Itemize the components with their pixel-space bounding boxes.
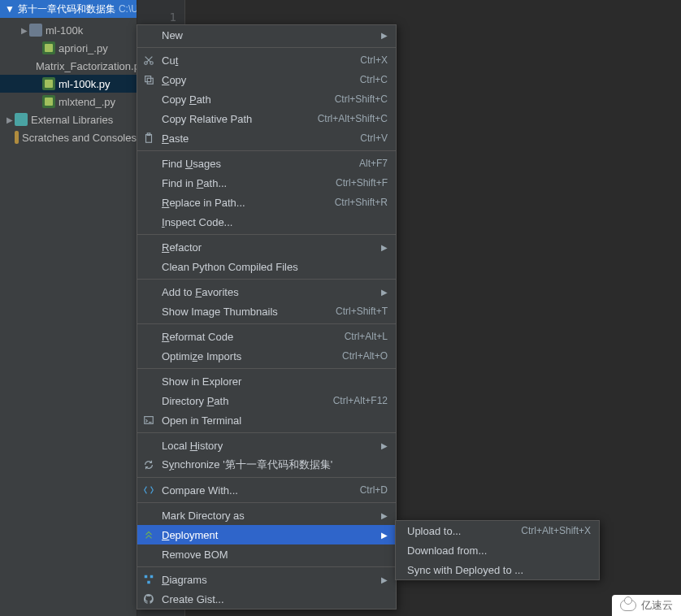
sync-icon <box>142 458 155 471</box>
watermark: 亿速云 <box>612 595 681 616</box>
menu-replace-in-path-[interactable]: Replace in Path...Ctrl+Shift+R <box>137 193 396 212</box>
blank-icon <box>142 93 155 106</box>
submenu-arrow-icon: ▶ <box>381 575 388 584</box>
blank-icon <box>142 215 155 228</box>
scratch-icon <box>15 131 19 144</box>
blank-icon <box>142 176 155 189</box>
breadcrumb-folder: 第十一章代码和数据集 <box>18 0 115 18</box>
breadcrumb-path: C:\Users\YIUYE\Desktop\Python机器学习\ <box>119 0 137 18</box>
menu-new[interactable]: New▶ <box>137 25 396 45</box>
gh-icon <box>142 592 155 605</box>
blank-icon <box>142 157 155 170</box>
context-menu[interactable]: New▶CutCtrl+XCopyCtrl+CCopy PathCtrl+Shi… <box>137 24 397 609</box>
submenu-sync-with-deployed-to-[interactable]: Sync with Deployed to ... <box>396 560 599 579</box>
python-icon <box>42 41 55 54</box>
cloud-icon <box>620 600 636 611</box>
menu-reformat-code[interactable]: Reformat CodeCtrl+Alt+L <box>137 327 396 346</box>
project-tree: ▶ ml-100k apriori_.py Matrix_Factorizati… <box>0 18 137 146</box>
menu-show-image-thumbnails[interactable]: Show Image ThumbnailsCtrl+Shift+T <box>137 301 396 321</box>
blank-icon <box>142 439 155 452</box>
blank-icon <box>142 330 155 343</box>
python-icon <box>42 95 55 108</box>
svg-rect-2 <box>145 76 151 82</box>
tree-file[interactable]: mlxtend_.py <box>0 93 137 111</box>
svg-rect-7 <box>145 575 148 579</box>
menu-clean-python-compiled-files[interactable]: Clean Python Compiled Files <box>137 257 396 276</box>
submenu-arrow-icon: ▶ <box>381 31 388 40</box>
tree-scratches[interactable]: Scratches and Consoles <box>0 128 137 146</box>
submenu-arrow-icon: ▶ <box>381 288 388 297</box>
menu-mark-directory-as[interactable]: Mark Directory as▶ <box>137 505 396 525</box>
deploy-icon <box>142 528 155 541</box>
svg-rect-3 <box>147 78 153 84</box>
tree-file[interactable]: Matrix_Factorization.py <box>0 57 137 75</box>
term-icon <box>142 414 155 427</box>
submenu-arrow-icon: ▶ <box>381 511 388 520</box>
menu-refactor[interactable]: Refactor▶ <box>137 237 396 257</box>
library-icon <box>15 113 28 126</box>
menu-remove-bom[interactable]: Remove BOM <box>137 544 396 564</box>
tree-file-selected[interactable]: ml-100k.py <box>0 75 137 93</box>
blank-icon <box>142 375 155 388</box>
menu-compare-with-[interactable]: Compare With...Ctrl+D <box>137 480 396 500</box>
menu-directory-path[interactable]: Directory PathCtrl+Alt+F12 <box>137 391 396 410</box>
diag-icon <box>142 573 155 586</box>
menu-find-in-path-[interactable]: Find in Path...Ctrl+Shift+F <box>137 173 396 193</box>
menu-show-in-explorer[interactable]: Show in Explorer <box>137 371 396 391</box>
blank-icon <box>142 112 155 125</box>
menu-synchronize-[interactable]: Synchronize '第十一章代码和数据集' <box>137 455 396 475</box>
diff-icon <box>142 484 155 497</box>
cut-icon <box>142 54 155 67</box>
blank-icon <box>142 241 155 254</box>
blank-icon <box>142 196 155 209</box>
blank-icon <box>142 394 155 407</box>
svg-rect-9 <box>147 581 150 584</box>
blank-icon <box>142 548 155 561</box>
submenu-arrow-icon: ▶ <box>381 531 388 540</box>
submenu-download-from-[interactable]: Download from... <box>396 540 599 560</box>
menu-cut[interactable]: CutCtrl+X <box>137 50 396 70</box>
menu-paste[interactable]: PasteCtrl+V <box>137 128 396 148</box>
folder-icon <box>29 24 42 37</box>
menu-copy[interactable]: CopyCtrl+C <box>137 70 396 89</box>
menu-find-usages[interactable]: Find UsagesAlt+F7 <box>137 154 396 173</box>
menu-create-gist-[interactable]: Create Gist... <box>137 589 396 609</box>
blank-icon <box>142 349 155 362</box>
tree-folder[interactable]: ▶ ml-100k <box>0 21 137 39</box>
menu-copy-path[interactable]: Copy PathCtrl+Shift+C <box>137 89 396 109</box>
svg-rect-8 <box>150 575 154 579</box>
blank-icon <box>142 305 155 318</box>
tree-external-libs[interactable]: ▶ External Libraries <box>0 111 137 128</box>
menu-optimize-imports[interactable]: Optimize ImportsCtrl+Alt+O <box>137 346 396 366</box>
menu-add-to-favorites[interactable]: Add to Favorites▶ <box>137 282 396 301</box>
submenu-arrow-icon: ▶ <box>381 243 388 252</box>
menu-local-history[interactable]: Local History▶ <box>137 436 396 455</box>
blank-icon <box>142 28 155 41</box>
svg-rect-4 <box>146 135 152 143</box>
blank-icon <box>142 509 155 522</box>
submenu-upload-to-[interactable]: Upload to...Ctrl+Alt+Shift+X <box>396 521 599 540</box>
python-icon <box>42 77 55 90</box>
paste-icon <box>142 132 155 145</box>
blank-icon <box>142 260 155 273</box>
tree-file[interactable]: apriori_.py <box>0 39 137 57</box>
blank-icon <box>142 285 155 298</box>
submenu-arrow-icon: ▶ <box>381 441 388 450</box>
copy-icon <box>142 73 155 86</box>
deployment-submenu[interactable]: Upload to...Ctrl+Alt+Shift+XDownload fro… <box>395 520 600 580</box>
menu-inspect-code-[interactable]: Inspect Code... <box>137 212 396 232</box>
menu-diagrams[interactable]: Diagrams▶ <box>137 570 396 589</box>
menu-copy-relative-path[interactable]: Copy Relative PathCtrl+Alt+Shift+C <box>137 109 396 128</box>
menu-deployment[interactable]: Deployment▶ <box>137 525 396 544</box>
project-sidebar: ▼ 第十一章代码和数据集 C:\Users\YIUYE\Desktop\Pyth… <box>0 0 137 616</box>
menu-open-in-terminal[interactable]: Open in Terminal <box>137 410 396 430</box>
breadcrumb[interactable]: ▼ 第十一章代码和数据集 C:\Users\YIUYE\Desktop\Pyth… <box>0 0 137 18</box>
